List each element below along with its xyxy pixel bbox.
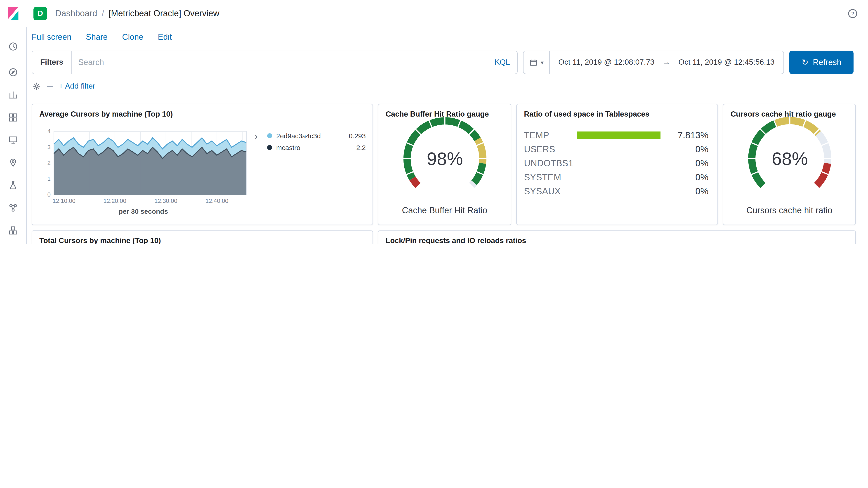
svg-text:?: ? xyxy=(851,11,854,16)
series-name: mcastro xyxy=(276,143,351,151)
kibana-logo[interactable] xyxy=(0,6,26,21)
panel-cursors-cache-gauge: Cursors cache hit ratio gauge 68% Cursor… xyxy=(723,104,856,225)
svg-text:2: 2 xyxy=(48,160,51,166)
legend: 2ed9ac3a4c3d 0.293 mcastro 2.2 xyxy=(267,130,366,153)
tablespace-name: SYSAUX xyxy=(524,186,577,197)
tablespace-name: SYSTEM xyxy=(524,172,577,183)
tablespace-value: 0% xyxy=(667,158,708,168)
refresh-label: Refresh xyxy=(813,58,841,67)
tablespace-name: TEMP xyxy=(524,130,577,140)
tablespace-row: SYSTEM 0% xyxy=(524,170,708,184)
refresh-button[interactable]: ↻ Refresh xyxy=(789,51,854,74)
tablespace-name: UNDOTBS1 xyxy=(524,158,577,168)
usage-bar xyxy=(577,173,660,181)
arrow-right-icon: → xyxy=(663,58,671,67)
query-bar: Filters KQL ▾ Oct 11, 2019 @ 12:08:07.73… xyxy=(32,51,854,74)
filter-options-gear-icon[interactable] xyxy=(32,81,41,91)
panel-tablespaces: Ratio of used space in Tablespaces TEMP … xyxy=(516,104,718,225)
usage-bar xyxy=(577,188,660,195)
svg-text:68%: 68% xyxy=(772,149,808,169)
svg-text:12:30:00: 12:30:00 xyxy=(154,197,177,204)
usage-bar xyxy=(577,145,660,153)
help-menu-icon[interactable]: ? xyxy=(847,8,858,19)
calendar-icon xyxy=(529,58,538,67)
svg-text:12:10:00: 12:10:00 xyxy=(53,197,75,204)
cache-buffer-gauge[interactable]: 98% xyxy=(388,113,502,198)
filter-controls: + Add filter xyxy=(32,81,95,91)
tablespace-row: SYSAUX 0% xyxy=(524,184,708,198)
avg-cursors-chart[interactable]: 0123412:10:0012:20:0012:30:0012:40:00 xyxy=(37,128,250,205)
machine-learning-icon[interactable] xyxy=(8,180,19,191)
recently-viewed-icon[interactable] xyxy=(8,41,19,52)
canvas-icon[interactable] xyxy=(8,135,19,145)
clone-link[interactable]: Clone xyxy=(122,33,143,42)
x-axis-title: per 30 seconds xyxy=(37,207,250,215)
tablespace-value: 7.813% xyxy=(667,130,708,140)
panel-title: Average Cursors by machine (Top 10) xyxy=(32,104,373,119)
svg-text:1: 1 xyxy=(48,175,51,182)
panel-title: Ratio of used space in Tablespaces xyxy=(517,104,717,119)
header: D Dashboard / [Metricbeat Oracle] Overvi… xyxy=(0,0,868,27)
series-name: 2ed9ac3a4c3d xyxy=(276,132,343,139)
svg-text:0: 0 xyxy=(48,191,51,198)
space-avatar[interactable]: D xyxy=(33,6,47,20)
tablespace-row: TEMP 7.813% xyxy=(524,128,708,142)
tablespace-name: USERS xyxy=(524,144,577,155)
legend-item[interactable]: 2ed9ac3a4c3d 0.293 xyxy=(267,130,366,141)
series-color-dot xyxy=(267,133,272,138)
breadcrumb-dashboard[interactable]: Dashboard xyxy=(55,8,97,18)
page-title: [Metricbeat Oracle] Overview xyxy=(108,8,219,18)
filter-separator xyxy=(47,86,53,87)
share-link[interactable]: Share xyxy=(86,33,107,42)
usage-bar xyxy=(577,160,660,167)
io-reloads-gauge[interactable]: IO Reloads0% xyxy=(386,242,540,244)
panel-total-cursors: Total Cursors by machine (Top 10) 051015… xyxy=(32,230,373,244)
date-picker: ▾ Oct 11, 2019 @ 12:08:07.73 → Oct 11, 2… xyxy=(523,51,784,74)
series-value: 0.293 xyxy=(349,132,366,139)
search-input[interactable] xyxy=(72,58,487,67)
pin-requests-gauge[interactable]: Pin requests82% xyxy=(686,242,839,244)
series-value: 2.2 xyxy=(356,143,366,151)
tablespace-value: 0% xyxy=(667,186,708,197)
infrastructure-icon[interactable] xyxy=(8,225,19,236)
gauge-label: Cache Buffer Hit Ratio xyxy=(378,205,511,216)
filters-toggle-button[interactable]: Filters xyxy=(32,51,72,74)
full-screen-link[interactable]: Full screen xyxy=(32,33,71,42)
svg-text:3: 3 xyxy=(48,144,51,151)
tablespace-list: TEMP 7.813% USERS 0% UNDOTBS1 0% SYSTEM … xyxy=(517,119,717,198)
legend-toggle-icon[interactable]: › xyxy=(254,131,258,141)
chevron-down-icon: ▾ xyxy=(541,59,544,66)
start-date-button[interactable]: Oct 11, 2019 @ 12:08:07.73 xyxy=(558,58,654,67)
tablespace-value: 0% xyxy=(667,172,708,183)
panel-title: Total Cursors by machine (Top 10) xyxy=(32,231,373,244)
maps-icon[interactable] xyxy=(8,157,19,168)
cursors-cache-gauge[interactable]: 68% xyxy=(733,113,847,198)
add-filter-link[interactable]: + Add filter xyxy=(59,82,95,91)
end-date-button[interactable]: Oct 11, 2019 @ 12:45:56.13 xyxy=(679,58,775,67)
svg-text:12:40:00: 12:40:00 xyxy=(206,197,228,204)
svg-text:12:20:00: 12:20:00 xyxy=(103,197,126,204)
panel-average-cursors: Average Cursors by machine (Top 10) 0123… xyxy=(32,104,373,225)
tablespace-row: USERS 0% xyxy=(524,142,708,156)
breadcrumb: Dashboard / [Metricbeat Oracle] Overview xyxy=(55,8,219,18)
panel-cache-buffer-gauge: Cache Buffer Hit Ratio gauge 98% Cache B… xyxy=(378,104,511,225)
kibana-dashboard-app: D Dashboard / [Metricbeat Oracle] Overvi… xyxy=(0,0,868,244)
discover-icon[interactable] xyxy=(8,67,19,78)
series-color-dot xyxy=(267,145,272,150)
calendar-button[interactable]: ▾ xyxy=(524,51,550,74)
kql-button[interactable]: KQL xyxy=(487,58,517,67)
dashboard-icon[interactable] xyxy=(8,112,19,123)
lock-requests-gauge[interactable]: Lock requests0% xyxy=(536,242,689,244)
svg-text:4: 4 xyxy=(48,128,51,135)
panel-title: Lock/Pin requests and IO reloads ratios xyxy=(378,231,855,244)
edit-link[interactable]: Edit xyxy=(158,33,172,42)
legend-item[interactable]: mcastro 2.2 xyxy=(267,141,366,153)
usage-bar xyxy=(577,131,660,139)
gauge-label: Cursors cache hit ratio xyxy=(723,205,855,216)
graph-icon[interactable] xyxy=(8,202,19,213)
search-box: Filters KQL xyxy=(32,51,518,74)
tablespace-row: UNDOTBS1 0% xyxy=(524,156,708,170)
usage-bar-fill xyxy=(577,131,660,139)
svg-text:98%: 98% xyxy=(427,149,463,169)
visualize-icon[interactable] xyxy=(8,90,19,100)
